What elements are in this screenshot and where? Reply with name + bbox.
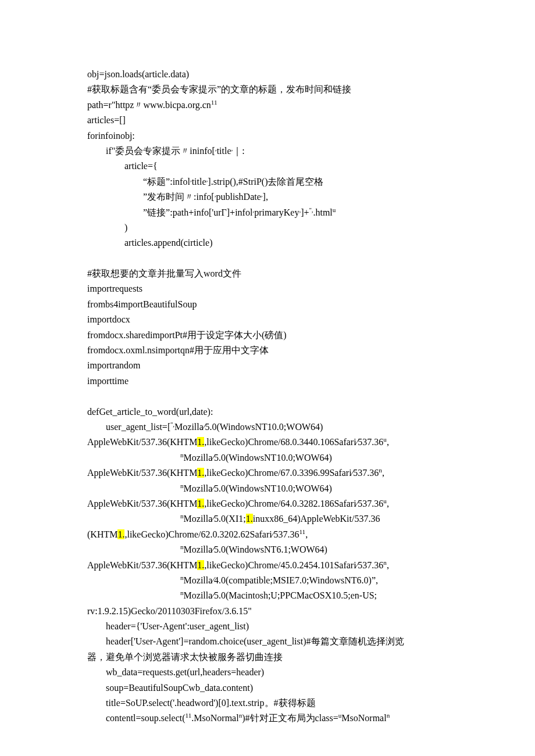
superscript-text: u (338, 712, 342, 719)
superscript-text: , (215, 191, 216, 198)
superscript-text: u (333, 206, 336, 213)
superscript-text: n (379, 467, 382, 474)
superscript-text: , (261, 191, 263, 198)
superscript-text: , (190, 175, 192, 182)
superscript-text: n (180, 589, 184, 596)
superscript-text: 11 (299, 528, 305, 535)
superscript-text: , (215, 145, 217, 152)
superscript-text: n (239, 712, 242, 719)
superscript-text: , (206, 175, 208, 182)
superscript-text: '', (170, 421, 174, 428)
highlighted-text: 1. (197, 499, 204, 508)
document-page: obj=json.loads(article.data) #获取标题含有“委员会… (0, 0, 535, 756)
superscript-text: n (180, 513, 184, 519)
superscript-text: 11 (186, 712, 192, 719)
superscript-text: 11 (211, 98, 217, 105)
superscript-text: n (180, 574, 184, 581)
superscript-text: , (231, 145, 233, 152)
superscript-text: u (383, 436, 387, 443)
highlighted-text: 1. (117, 529, 124, 539)
superscript-text: n (383, 558, 387, 565)
superscript-text: n (180, 543, 184, 550)
superscript-text: , (252, 206, 254, 213)
superscript-text: , (299, 206, 301, 213)
highlighted-text: 1. (197, 437, 204, 447)
superscript-text: n (387, 712, 390, 719)
superscript-text: n (180, 451, 184, 458)
superscript-text: u (383, 497, 387, 504)
highlighted-text: 1. (197, 560, 204, 570)
superscript-text: '', (309, 206, 313, 213)
superscript-text: n (180, 482, 184, 489)
highlighted-text: 1. (246, 514, 253, 524)
highlighted-text: 1. (197, 468, 204, 478)
code-content: obj=json.loads(article.data) #获取标题含有“委员会… (87, 67, 448, 726)
